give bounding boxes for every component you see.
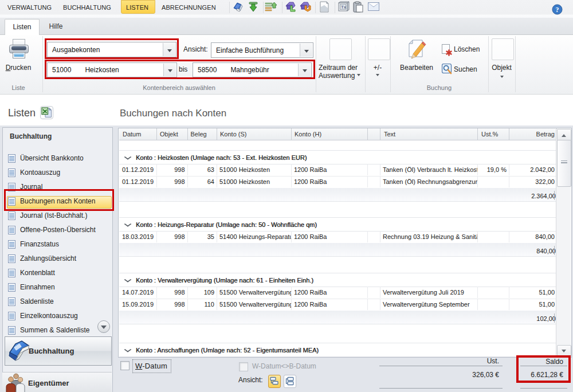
svg-text:?: ? <box>556 6 559 14</box>
svg-text:Tx: Tx <box>341 5 346 10</box>
